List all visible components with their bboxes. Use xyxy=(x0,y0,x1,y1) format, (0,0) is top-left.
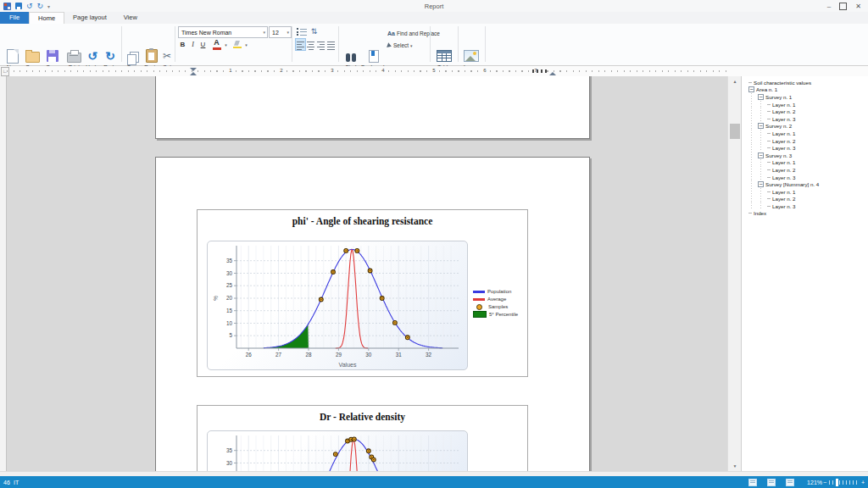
tree-item[interactable]: −Survey n. 3 xyxy=(747,152,868,159)
ruler-number: 6 xyxy=(482,68,487,73)
svg-text:31: 31 xyxy=(396,352,403,358)
tree-item[interactable]: Soil characteristic values xyxy=(747,79,868,86)
document-area[interactable]: phi' - Angle of shearing resistance 2627… xyxy=(0,76,741,471)
align-center-button[interactable] xyxy=(306,39,315,50)
tab-stop-marker[interactable] xyxy=(541,69,542,73)
align-right-icon xyxy=(316,40,326,50)
save-floppy-icon xyxy=(47,50,58,62)
font-size-select[interactable]: 12 ▾ xyxy=(269,26,292,38)
tree-item[interactable]: Layer n. 3 xyxy=(747,174,868,181)
chart-figure-dr[interactable]: Dr - Relative density 262728293031325101… xyxy=(197,405,528,471)
tree-item[interactable]: Layer n. 2 xyxy=(747,108,868,115)
first-line-indent-marker[interactable] xyxy=(190,68,197,71)
highlight-button[interactable] xyxy=(231,39,242,50)
tree-collapse-icon[interactable]: − xyxy=(748,86,754,92)
tree-item[interactable]: −Survey [Nummary] n. 4 xyxy=(747,180,868,188)
tree-item[interactable]: Layer n. 3 xyxy=(747,202,868,210)
underline-button[interactable]: U xyxy=(198,39,208,50)
view-mode-1-icon[interactable] xyxy=(748,479,757,486)
tree-item[interactable]: Index xyxy=(747,210,868,218)
view-mode-2-icon[interactable] xyxy=(767,479,776,486)
tree-item[interactable]: Layer n. 1 xyxy=(747,130,868,137)
scrollbar-thumb[interactable] xyxy=(730,124,740,139)
legend-label: 5° Percentile xyxy=(489,312,518,317)
document-page-1[interactable] xyxy=(155,76,590,139)
tab-stop-marker[interactable] xyxy=(545,69,547,73)
tab-stop-marker[interactable] xyxy=(537,69,538,73)
ruler-number: 2 xyxy=(279,68,283,73)
binoculars-icon xyxy=(345,53,357,62)
tree-item[interactable]: −Survey n. 2 xyxy=(747,123,868,130)
tab-home[interactable]: Home xyxy=(29,12,64,25)
tree-item[interactable]: Layer n. 1 xyxy=(747,188,868,196)
ruler-number: 1 xyxy=(228,68,232,73)
zoom-in-button[interactable]: + xyxy=(861,480,865,485)
align-right-button[interactable] xyxy=(316,39,326,50)
status-page-number: 46 xyxy=(3,480,10,485)
font-name-select[interactable]: Times New Roman ▾ xyxy=(178,26,268,38)
svg-text:Values: Values xyxy=(339,362,357,368)
horizontal-ruler[interactable]: ∟ 1234567 xyxy=(0,66,868,76)
tab-stop-marker[interactable] xyxy=(532,69,534,73)
find-replace-icon: Aa xyxy=(387,30,395,36)
chart-figure-phi[interactable]: phi' - Angle of shearing resistance 2627… xyxy=(197,209,528,377)
document-page-2[interactable]: phi' - Angle of shearing resistance 2627… xyxy=(155,157,590,471)
zoom-out-button[interactable]: − xyxy=(823,480,826,485)
scroll-down-icon[interactable]: ▼ xyxy=(728,461,742,471)
tree-item-label: Survey [Nummary] n. 4 xyxy=(765,181,819,187)
tree-item[interactable]: Layer n. 3 xyxy=(747,115,868,123)
hanging-indent-marker[interactable] xyxy=(190,72,197,75)
zoom-slider[interactable] xyxy=(829,480,860,485)
bullet-list-button[interactable] xyxy=(296,26,307,36)
vertical-scrollbar[interactable]: ▲ ▼ xyxy=(727,76,742,471)
tree-item[interactable]: Layer n. 3 xyxy=(747,144,868,152)
bullet-list-icon xyxy=(297,27,307,36)
italic-button[interactable]: I xyxy=(188,39,198,50)
select-button[interactable]: Select ▾ xyxy=(387,41,413,50)
svg-text:30: 30 xyxy=(226,270,233,276)
tree-item[interactable]: Layer n. 1 xyxy=(747,101,868,108)
tree-collapse-icon[interactable]: − xyxy=(758,94,764,100)
view-mode-3-icon[interactable] xyxy=(786,479,794,486)
tab-page-layout[interactable]: Page layout xyxy=(64,12,115,24)
zoom-slider-thumb[interactable] xyxy=(836,479,838,486)
tree-item[interactable]: Layer n. 1 xyxy=(747,159,868,167)
svg-text:27: 27 xyxy=(275,352,282,358)
highlight-dropdown-icon[interactable]: ▾ xyxy=(243,39,249,50)
tree-item[interactable]: −Area n. 1 xyxy=(747,86,868,94)
tree-collapse-icon[interactable]: − xyxy=(758,181,764,187)
chart-dr-panel: 262728293031325101520253035 xyxy=(207,430,468,471)
align-left-button[interactable] xyxy=(296,39,305,50)
tree-item[interactable]: Layer n. 2 xyxy=(747,196,868,203)
tree-connector xyxy=(767,141,771,141)
chart-legend: PopulationAverageSamples5° Percentile xyxy=(473,289,518,318)
tab-view[interactable]: View xyxy=(115,12,146,24)
tree-item[interactable]: Layer n. 2 xyxy=(747,166,868,174)
svg-text:%: % xyxy=(213,296,219,301)
right-indent-marker[interactable] xyxy=(549,72,556,75)
minimize-button[interactable]: – xyxy=(827,3,831,10)
image-icon xyxy=(464,50,479,62)
font-color-button[interactable]: A xyxy=(211,39,222,50)
tree-collapse-icon[interactable]: − xyxy=(758,152,764,158)
select-dropdown-icon: ▾ xyxy=(410,44,413,47)
legend-label: Samples xyxy=(488,304,508,309)
title-bar: ↺ ↻ ▾ Report – ✕ xyxy=(0,0,868,12)
find-replace-button[interactable]: Aa Find and Replace xyxy=(387,29,440,38)
restore-button[interactable] xyxy=(839,3,847,10)
tree-collapse-icon[interactable]: − xyxy=(758,123,764,129)
new-document-icon xyxy=(7,49,19,64)
scroll-up-icon[interactable]: ▲ xyxy=(728,76,742,86)
tree-connector xyxy=(767,206,771,207)
align-justify-button[interactable] xyxy=(326,39,336,50)
chart-title: phi' - Angle of shearing resistance xyxy=(198,216,527,226)
tab-file[interactable]: File xyxy=(0,12,29,24)
tree-item[interactable]: −Survey n. 1 xyxy=(747,93,868,101)
bold-button[interactable]: B xyxy=(178,39,187,50)
scissors-icon: ✂ xyxy=(163,50,171,62)
line-spacing-button[interactable]: ⇅ xyxy=(309,26,320,36)
tree-item-label: Layer n. 2 xyxy=(772,138,796,144)
font-color-dropdown-icon[interactable]: ▾ xyxy=(223,39,229,50)
tree-item[interactable]: Layer n. 2 xyxy=(747,137,868,145)
close-button[interactable]: ✕ xyxy=(855,3,861,10)
